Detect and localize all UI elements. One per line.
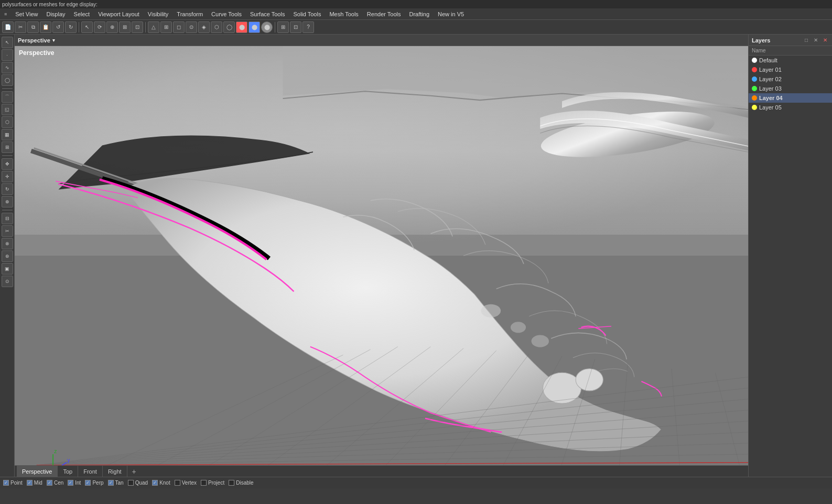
tool-osnap[interactable]: ⊙ (186, 21, 197, 33)
snap-label-perp: Perp (92, 480, 103, 486)
menu-transform[interactable]: Transform (172, 10, 207, 18)
left-tool-trim[interactable]: ✂ (2, 225, 13, 237)
panel-delete-icon[interactable]: ✕ (812, 37, 819, 44)
snap-item-vertex[interactable]: Vertex (175, 480, 197, 486)
tool-display[interactable]: ⬤ (236, 21, 247, 33)
snap-item-point[interactable]: ✓Point (3, 480, 23, 486)
tool-filter[interactable]: ◯ (223, 21, 235, 33)
scene-svg: x z y (15, 46, 748, 465)
panel-close-icon[interactable]: ✕ (822, 37, 829, 44)
menu-curve-tools[interactable]: Curve Tools (207, 10, 246, 18)
tool-redo[interactable]: ↻ (65, 21, 77, 33)
snap-item-cen[interactable]: ✓Cen (47, 480, 63, 486)
tool-snap[interactable]: △ (148, 21, 159, 33)
snap-checkbox-knot[interactable]: ✓ (152, 480, 158, 486)
snap-checkbox-mid[interactable]: ✓ (27, 480, 33, 486)
viewport-label[interactable]: Perspective ▾ (18, 37, 55, 43)
menu-drafting[interactable]: Drafting (405, 10, 434, 18)
menu-render-tools[interactable]: Render Tools (363, 10, 405, 18)
viewport-dropdown-icon[interactable]: ▾ (52, 38, 55, 43)
snap-item-knot[interactable]: ✓Knot (152, 480, 170, 486)
tab-perspective[interactable]: Perspective (17, 466, 58, 477)
snap-checkbox-int[interactable]: ✓ (68, 480, 73, 486)
tool-undo[interactable]: ↺ (52, 21, 64, 33)
right-panel-header: Layers □ ✕ ✕ (749, 35, 832, 46)
snap-checkbox-quad[interactable] (128, 480, 134, 486)
menu-mesh-tools[interactable]: Mesh Tools (325, 10, 362, 18)
tool-scale[interactable]: ⊕ (106, 21, 118, 33)
menu-display[interactable]: Display (42, 10, 69, 18)
menu-new-in-v5[interactable]: New in V5 (434, 10, 468, 18)
menu-setview[interactable]: Set View (11, 10, 42, 18)
layer-row-layer05[interactable]: Layer 05 (749, 103, 832, 112)
snap-item-tan[interactable]: ✓Tan (108, 480, 124, 486)
tool-paste[interactable]: 📋 (40, 21, 51, 33)
left-tool-move[interactable]: ✛ (2, 171, 13, 182)
snap-checkbox-disable[interactable] (229, 480, 234, 486)
tool-shading[interactable]: ⬤ (248, 21, 260, 33)
tool-planar[interactable]: ◻ (173, 21, 185, 33)
tool-help[interactable]: ? (302, 21, 314, 33)
tool-ortho[interactable]: ⊞ (160, 21, 172, 33)
tool-mirror[interactable]: ⊞ (119, 21, 131, 33)
left-tool-rotate3d[interactable]: ↻ (2, 183, 13, 195)
snap-item-mid[interactable]: ✓Mid (27, 480, 42, 486)
snap-checkbox-perp[interactable]: ✓ (85, 480, 91, 486)
snap-checkbox-point[interactable]: ✓ (3, 480, 9, 486)
left-tool-dims[interactable]: ⊞ (2, 141, 13, 153)
tool-select[interactable]: ↖ (81, 21, 93, 33)
left-tool-group[interactable]: ▣ (2, 263, 13, 275)
left-tool-select-arrow[interactable]: ↖ (2, 37, 13, 48)
menu-file[interactable]: ≡ (0, 10, 11, 18)
menu-viewport-layout[interactable]: Viewport Layout (94, 10, 144, 18)
snap-item-project[interactable]: Project (201, 480, 224, 486)
tool-copy[interactable]: ⧉ (27, 21, 39, 33)
left-tool-freeform[interactable]: ⌒ (2, 91, 13, 103)
left-tool-curve[interactable]: ∿ (2, 62, 13, 73)
left-tool-scale2[interactable]: ⊕ (2, 196, 13, 207)
snap-checkbox-project[interactable] (201, 480, 207, 486)
menu-surface-tools[interactable]: Surface Tools (246, 10, 289, 18)
tool-new[interactable]: 📄 (2, 21, 14, 33)
left-tool-transform[interactable]: ✥ (2, 158, 13, 170)
left-tool-boolean[interactable]: ⊟ (2, 213, 13, 224)
tab-front[interactable]: Front (78, 466, 103, 477)
tool-array[interactable]: ⊡ (132, 21, 143, 33)
left-tool-split[interactable]: ⊗ (2, 238, 13, 249)
tab-right[interactable]: Right (103, 466, 127, 477)
menu-visibility[interactable]: Visibility (144, 10, 173, 18)
layer-row-layer04[interactable]: Layer 04 (749, 93, 832, 103)
tool-properties[interactable]: ⊡ (290, 21, 301, 33)
tool-cut[interactable]: ✂ (15, 21, 26, 33)
tool-layers[interactable]: ⊞ (277, 21, 289, 33)
layer-row-layer02[interactable]: Layer 02 (749, 74, 832, 84)
viewport-canvas[interactable]: x z y Perspective (15, 46, 748, 465)
layer-row-layer01[interactable]: Layer 01 (749, 65, 832, 74)
left-tool-point[interactable]: · (2, 49, 13, 61)
left-tool-surface[interactable]: ◱ (2, 104, 13, 115)
left-tool-join[interactable]: ⊛ (2, 250, 13, 262)
menu-solid-tools[interactable]: Solid Tools (289, 10, 325, 18)
tab-top[interactable]: Top (58, 466, 78, 477)
tool-record[interactable]: ⬡ (211, 21, 222, 33)
layer-row-default[interactable]: Default (749, 56, 832, 65)
snap-checkbox-tan[interactable]: ✓ (108, 480, 114, 486)
layer-row-layer03[interactable]: Layer 03 (749, 84, 832, 93)
snap-item-perp[interactable]: ✓Perp (85, 480, 103, 486)
snap-item-disable[interactable]: Disable (229, 480, 253, 486)
tool-smarttrack[interactable]: ◈ (198, 21, 210, 33)
left-tool-circle[interactable]: ◯ (2, 74, 13, 86)
tool-render[interactable]: ⬤ (261, 21, 273, 33)
left-tool-mesh[interactable]: ▦ (2, 129, 13, 140)
right-panel: Layers □ ✕ ✕ Name DefaultLayer 01Layer 0… (748, 35, 832, 477)
left-tool-solid[interactable]: ⬡ (2, 116, 13, 128)
snap-checkbox-vertex[interactable] (175, 480, 180, 486)
tab-add-button[interactable]: + (129, 467, 139, 476)
tool-rotate[interactable]: ⟳ (94, 21, 105, 33)
panel-new-icon[interactable]: □ (803, 37, 810, 44)
snap-item-int[interactable]: ✓Int (68, 480, 81, 486)
menu-select[interactable]: Select (70, 10, 94, 18)
left-tool-analysis[interactable]: ⊙ (2, 276, 13, 287)
snap-item-quad[interactable]: Quad (128, 480, 148, 486)
snap-checkbox-cen[interactable]: ✓ (47, 480, 52, 486)
